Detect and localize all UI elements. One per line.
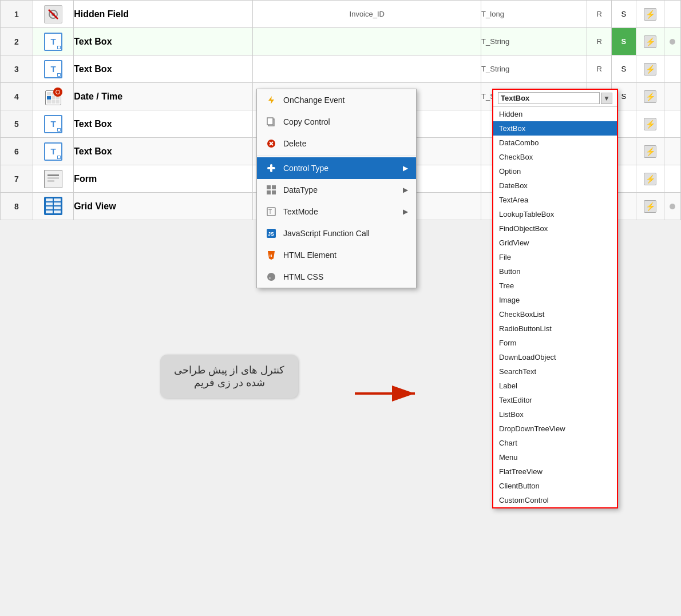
control-type-submenu: ▼ HiddenTextBoxDataComboCheckBoxOptionDa…	[492, 89, 618, 508]
svg-rect-7	[54, 198, 61, 201]
row-label: Form	[74, 165, 253, 193]
row-action[interactable]: ⚡	[636, 193, 664, 220]
svg-rect-23	[272, 185, 276, 189]
row-r: R	[587, 28, 612, 55]
row-action[interactable]: ⚡	[636, 110, 664, 138]
svg-rect-3	[47, 174, 59, 176]
row-r: R	[587, 1, 612, 28]
svg-marker-14	[268, 96, 274, 104]
submenu-search-input[interactable]	[498, 92, 600, 104]
submenu-item-flattreeview[interactable]: FlatTreeView	[493, 464, 617, 479]
row-label: Grid View	[74, 193, 253, 220]
row-number: 3	[1, 55, 33, 83]
menu-label: Copy Control	[283, 117, 408, 126]
svg-rect-11	[54, 206, 61, 209]
submenu-item-listbox[interactable]: ListBox	[493, 407, 617, 422]
row-number: 4	[1, 83, 33, 110]
action-btn[interactable]: ⚡	[644, 90, 656, 103]
submenu-item-chart[interactable]: Chart	[493, 436, 617, 450]
menu-label: Control Type	[283, 164, 397, 173]
row-label: Hidden Field	[74, 1, 253, 28]
submenu-item-checkbox[interactable]: CheckBox	[493, 150, 617, 164]
action-btn[interactable]: ⚡	[644, 118, 656, 130]
row-s[interactable]: S	[611, 55, 636, 83]
submenu-item-downloadobject[interactable]: DownLoadObject	[493, 350, 617, 364]
submenu-item-customcontrol[interactable]: CustomControl	[493, 493, 617, 507]
submenu-item-file[interactable]: File	[493, 250, 617, 264]
dot-indicator	[670, 39, 675, 45]
submenu-item-hidden[interactable]: Hidden	[493, 107, 617, 121]
action-btn[interactable]: ⚡	[644, 8, 656, 21]
submenu-item-texteditor[interactable]: TextEditor	[493, 393, 617, 407]
svg-rect-5	[47, 180, 54, 182]
row-dot	[664, 55, 681, 83]
action-btn[interactable]: ⚡	[644, 35, 656, 48]
submenu-item-menu[interactable]: Menu	[493, 450, 617, 464]
row-action[interactable]: ⚡	[636, 165, 664, 193]
action-btn[interactable]: ⚡	[644, 200, 656, 213]
row-action[interactable]: ⚡	[636, 83, 664, 110]
context-menu-item-textmode[interactable]: T TextMode ▶	[257, 201, 416, 222]
row-action[interactable]: ⚡	[636, 138, 664, 165]
row-icon-cell	[33, 83, 73, 110]
svg-rect-8	[46, 202, 53, 205]
row-r: R	[587, 55, 612, 83]
action-btn[interactable]: ⚡	[644, 173, 656, 185]
submenu-item-lookuptablebox[interactable]: LookupTableBox	[493, 207, 617, 221]
submenu-item-dropdowntreeview[interactable]: DropDownTreeView	[493, 422, 617, 436]
context-menu-item-javascript-function-call[interactable]: JS JavaScript Function Call	[257, 222, 416, 244]
submenu-item-image[interactable]: Image	[493, 293, 617, 307]
submenu-item-clientbutton[interactable]: ClientButton	[493, 479, 617, 493]
submenu-item-datacombo[interactable]: DataCombo	[493, 136, 617, 150]
context-menu-item-copy-control[interactable]: Copy Control	[257, 111, 416, 133]
submenu-dropdown-arrow[interactable]: ▼	[601, 93, 612, 104]
submenu-item-datebox[interactable]: DateBox	[493, 178, 617, 193]
row-action[interactable]: ⚡	[636, 55, 664, 83]
svg-text:JS: JS	[268, 231, 274, 237]
submenu-item-radiobuttonlist[interactable]: RadioButtonList	[493, 321, 617, 336]
menu-label: JavaScript Function Call	[283, 229, 408, 238]
row-action[interactable]: ⚡	[636, 28, 664, 55]
context-menu-item-datatype[interactable]: DataType ▶	[257, 179, 416, 201]
row-label: Text Box	[74, 28, 253, 55]
tooltip-box: کنترل های از پیش طراحی شده در زی فریم	[160, 355, 298, 398]
row-dot	[664, 28, 681, 55]
submenu-item-findobjectbox[interactable]: FindObjectBox	[493, 221, 617, 236]
submenu-list: HiddenTextBoxDataComboCheckBoxOptionDate…	[493, 107, 617, 507]
row-dot	[664, 83, 681, 110]
menu-label: TextMode	[283, 207, 397, 216]
context-menu-item-delete[interactable]: Delete	[257, 133, 416, 154]
submenu-item-textarea[interactable]: TextArea	[493, 193, 617, 207]
context-menu-item-html-element[interactable]: H HTML Element	[257, 244, 416, 266]
lightning-icon	[265, 94, 278, 106]
wrench-icon	[265, 162, 278, 174]
submenu-item-label[interactable]: Label	[493, 379, 617, 393]
submenu-item-form[interactable]: Form	[493, 336, 617, 350]
submenu-item-tree[interactable]: Tree	[493, 279, 617, 293]
row-action[interactable]: ⚡	[636, 1, 664, 28]
row-type: T_String	[481, 28, 587, 55]
row-s[interactable]: S	[611, 1, 636, 28]
submenu-item-gridview[interactable]: GridView	[493, 236, 617, 250]
svg-rect-21	[267, 167, 275, 169]
submenu-item-searchtext[interactable]: SearchText	[493, 364, 617, 379]
delete-icon	[265, 137, 278, 150]
row-icon-cell: T	[33, 55, 73, 83]
submenu-arrow-icon: ▶	[403, 208, 408, 216]
table-row: 1 Hidden FieldInvoice_IDT_longRS⚡	[1, 1, 681, 28]
context-menu-item-html-css[interactable]: c HTML CSS	[257, 266, 416, 288]
submenu-item-checkboxlist[interactable]: CheckBoxList	[493, 307, 617, 321]
menu-label: HTML CSS	[283, 272, 408, 281]
svg-rect-25	[272, 190, 276, 194]
action-btn[interactable]: ⚡	[644, 145, 656, 158]
row-s[interactable]: S	[611, 28, 636, 55]
submenu-item-button[interactable]: Button	[493, 264, 617, 279]
svg-text:c: c	[269, 276, 271, 280]
context-menu-item-onchange-event[interactable]: OnChange Event	[257, 89, 416, 111]
submenu-item-textbox[interactable]: TextBox	[493, 121, 617, 136]
row-number: 5	[1, 110, 33, 138]
submenu-item-option[interactable]: Option	[493, 164, 617, 178]
action-btn[interactable]: ⚡	[644, 63, 656, 75]
row-dot	[664, 1, 681, 28]
context-menu-item-control-type[interactable]: Control Type ▶	[257, 157, 416, 179]
